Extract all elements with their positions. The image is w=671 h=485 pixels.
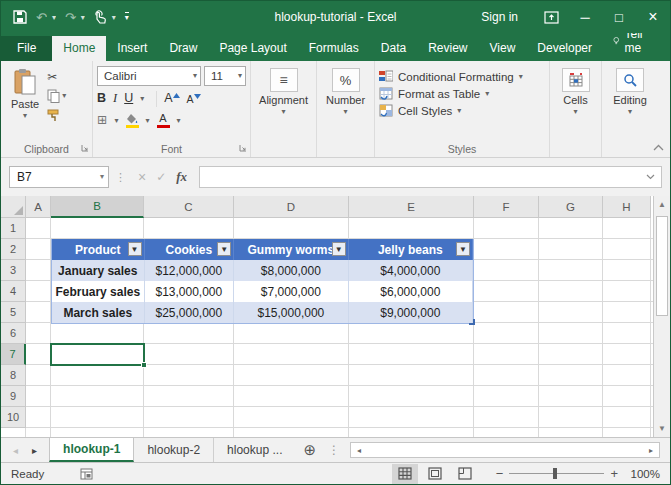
cells-button[interactable]: Cells ▾ [556, 66, 596, 118]
filter-button[interactable]: ▼ [128, 242, 142, 256]
sheet-nav-left-icon[interactable]: ◂ [13, 445, 18, 456]
filter-button[interactable]: ▼ [456, 242, 470, 256]
fill-color-button[interactable] [126, 114, 139, 128]
row-header-5[interactable]: 5 [1, 302, 26, 323]
column-header-g[interactable]: G [539, 196, 603, 218]
column-header-c[interactable]: C [144, 196, 234, 218]
filter-button[interactable]: ▼ [217, 242, 231, 256]
format-painter-icon[interactable] [47, 107, 66, 123]
tab-insert[interactable]: Insert [106, 36, 158, 61]
redo-icon[interactable]: ↷ [65, 11, 76, 24]
cell-d4[interactable]: $7,000,000 [234, 281, 348, 302]
alignment-button[interactable]: ≡ Alignment ▾ [253, 66, 314, 118]
zoom-in-icon[interactable]: + [610, 467, 618, 480]
cell-b4[interactable]: February sales [52, 281, 145, 302]
fill-color-caret-icon[interactable]: ▾ [146, 117, 150, 125]
cell-c3[interactable]: $12,000,000 [145, 260, 235, 281]
scroll-up-icon[interactable]: ▲ [654, 196, 670, 213]
font-dialog-launcher-icon[interactable] [239, 142, 247, 154]
save-icon[interactable] [13, 10, 27, 24]
tab-view[interactable]: View [479, 36, 527, 61]
cell-d5[interactable]: $15,000,000 [234, 302, 348, 323]
font-color-caret-icon[interactable]: ▾ [177, 117, 181, 125]
cell-styles-button[interactable]: Cell Styles ▾ [379, 104, 523, 117]
cell-c5[interactable]: $25,000,000 [145, 302, 235, 323]
close-button[interactable]: × [636, 1, 670, 33]
italic-button[interactable]: I [113, 92, 117, 105]
column-header-b[interactable]: B [51, 196, 144, 218]
name-box[interactable]: B7 ▾ [9, 166, 109, 188]
sheet-tab-hlookup-1[interactable]: hlookup-1 [49, 438, 134, 462]
underline-button[interactable]: U [124, 92, 133, 105]
zoom-slider[interactable] [509, 473, 604, 474]
minimize-button[interactable]: ─ [568, 1, 602, 33]
selected-cell-b7[interactable] [50, 343, 145, 366]
undo-caret-icon[interactable]: ▾ [52, 13, 56, 22]
zoom-level[interactable]: 100% [622, 468, 660, 480]
table-header-cookies[interactable]: Cookies▼ [145, 239, 235, 260]
scroll-down-icon[interactable]: ▼ [654, 420, 670, 437]
cancel-button[interactable]: × [138, 169, 146, 185]
cell-e4[interactable]: $6,000,000 [349, 281, 473, 302]
table-header-product[interactable]: Product▼ [52, 239, 145, 260]
redo-caret-icon[interactable]: ▾ [81, 13, 85, 22]
expand-formula-bar-icon[interactable] [646, 174, 655, 180]
customize-qat-icon[interactable]: ▾ [125, 12, 129, 22]
font-size-combobox[interactable]: 11 ▾ [204, 66, 246, 86]
horizontal-scrollbar-thumb[interactable] [367, 443, 643, 457]
paste-button[interactable]: Paste ▾ [5, 66, 45, 122]
font-color-button[interactable]: A [157, 113, 170, 128]
editing-button[interactable]: Editing ▾ [607, 66, 653, 118]
row-header-2[interactable]: 2 [1, 239, 26, 260]
vertical-scrollbar-thumb[interactable] [656, 216, 668, 316]
table-resize-handle[interactable] [469, 319, 475, 325]
bold-button[interactable]: B [97, 92, 106, 105]
underline-caret-icon[interactable]: ▾ [140, 95, 144, 103]
row-header-9[interactable]: 9 [1, 386, 26, 407]
cell-d3[interactable]: $8,000,000 [234, 260, 348, 281]
sheet-tab-hlookup-3[interactable]: hlookup ... [214, 438, 295, 462]
column-header-f[interactable]: F [474, 196, 539, 218]
sheet-nav-right-icon[interactable]: ▸ [32, 445, 37, 456]
row-header-1[interactable]: 1 [1, 218, 26, 239]
copy-icon[interactable]: ▾ [47, 88, 66, 104]
tab-review[interactable]: Review [417, 36, 478, 61]
page-break-preview-icon[interactable] [452, 464, 478, 484]
font-name-combobox[interactable]: Calibri ▾ [97, 66, 201, 86]
touch-mode-icon[interactable] [94, 10, 107, 24]
column-header-e[interactable]: E [349, 196, 474, 218]
cell-c4[interactable]: $13,000,000 [145, 281, 235, 302]
select-all-corner[interactable] [1, 196, 26, 218]
decrease-font-button[interactable]: A [187, 93, 201, 105]
table-header-jelly-beans[interactable]: Jelly beans▼ [349, 239, 473, 260]
scroll-right-icon[interactable]: ▸ [643, 443, 659, 457]
filter-button[interactable]: ▼ [332, 242, 346, 256]
insert-function-button[interactable]: fx [176, 169, 187, 185]
normal-view-icon[interactable] [392, 464, 418, 484]
row-header-3[interactable]: 3 [1, 260, 26, 281]
vertical-scrollbar[interactable]: ▲ ▼ [653, 196, 670, 437]
tab-page-layout[interactable]: Page Layout [208, 36, 297, 61]
tab-developer[interactable]: Developer [526, 36, 603, 61]
row-header-4[interactable]: 4 [1, 281, 26, 302]
tab-formulas[interactable]: Formulas [298, 36, 370, 61]
tab-file[interactable]: File [1, 36, 52, 61]
enter-button[interactable]: ✓ [156, 170, 166, 184]
maximize-button[interactable]: □ [602, 1, 636, 33]
tab-draw[interactable]: Draw [158, 36, 208, 61]
column-header-d[interactable]: D [234, 196, 349, 218]
page-layout-view-icon[interactable] [422, 464, 448, 484]
column-header-h[interactable]: H [603, 196, 651, 218]
zoom-slider-thumb[interactable] [553, 468, 557, 479]
sheet-tab-hlookup-2[interactable]: hlookup-2 [134, 438, 214, 462]
number-button[interactable]: % Number ▾ [320, 66, 371, 118]
collapse-ribbon-icon[interactable] [653, 141, 664, 153]
cell-e5[interactable]: $9,000,000 [349, 302, 473, 323]
tab-data[interactable]: Data [370, 36, 417, 61]
macro-record-icon[interactable] [54, 468, 119, 480]
scroll-left-icon[interactable]: ◂ [351, 443, 367, 457]
formula-input[interactable] [199, 166, 662, 188]
row-header-8[interactable]: 8 [1, 365, 26, 386]
borders-caret-icon[interactable]: ▾ [114, 117, 118, 125]
column-header-a[interactable]: A [26, 196, 51, 218]
